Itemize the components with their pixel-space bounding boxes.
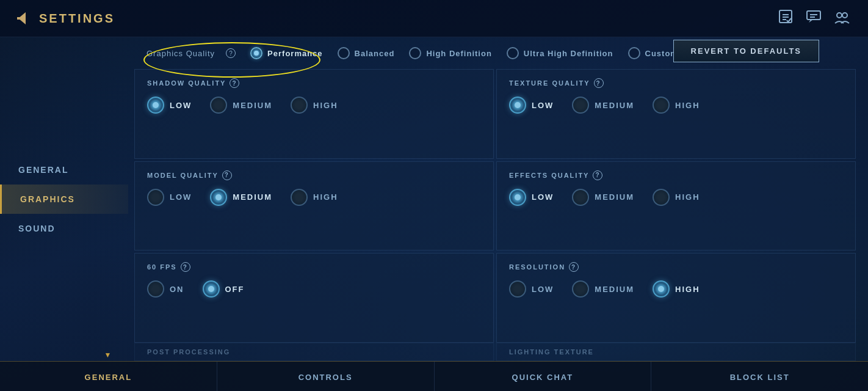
quality-option-balanced[interactable]: Balanced — [338, 47, 395, 59]
shadow-low-circle — [147, 97, 164, 114]
resolution-options: LOW MEDIUM HIGH — [509, 280, 843, 298]
model-high-label: HIGH — [313, 192, 338, 202]
quality-option-ultra-high-def[interactable]: Ultra High Definition — [507, 47, 613, 59]
back-icon[interactable] — [12, 9, 32, 28]
profile-icon[interactable] — [834, 9, 850, 28]
radio-performance-label: Performance — [267, 49, 322, 58]
fps-on-circle — [147, 280, 164, 298]
panel-lighting-texture: LIGHTING TEXTURE — [496, 343, 856, 361]
lighting-texture-title: LIGHTING TEXTURE — [509, 348, 843, 356]
revert-defaults-button[interactable]: REVERT TO DEFAULTS — [673, 40, 819, 62]
shadow-high-circle — [291, 97, 308, 114]
model-options: LOW MEDIUM HIGH — [147, 189, 481, 206]
model-low-circle — [147, 189, 164, 206]
effects-medium[interactable]: MEDIUM — [572, 189, 634, 206]
panel-effects-title: EFFECTS QUALITY ? — [509, 170, 843, 180]
effects-high-label: HIGH — [675, 192, 700, 202]
shadow-options: LOW MEDIUM HIGH — [147, 97, 481, 114]
model-low[interactable]: LOW — [147, 189, 192, 206]
chat-icon[interactable] — [806, 9, 822, 28]
graphics-quality-label: Graphics Quality — [146, 49, 215, 58]
texture-help-icon[interactable]: ? — [594, 78, 604, 88]
panel-effects-quality: EFFECTS QUALITY ? LOW MEDIUM HIGH — [496, 161, 856, 251]
settings-grid: SHADOW QUALITY ? LOW MEDIUM HIGH — [134, 69, 856, 343]
quality-option-performance[interactable]: Performance — [250, 47, 322, 59]
radio-ultra-high-def — [507, 47, 519, 59]
resolution-low-circle — [509, 280, 526, 298]
texture-medium-circle — [572, 97, 589, 114]
radio-balanced-label: Balanced — [355, 49, 395, 58]
shadow-low-label: LOW — [170, 101, 192, 110]
panel-fps: 60 FPS ? ON OFF — [134, 253, 494, 343]
shadow-low[interactable]: LOW — [147, 97, 192, 114]
model-high[interactable]: HIGH — [291, 189, 338, 206]
content-area: Graphics Quality ? Performance Balanced … — [128, 37, 868, 361]
resolution-help-icon[interactable]: ? — [569, 262, 579, 272]
model-medium-label: MEDIUM — [233, 192, 272, 202]
resolution-low-label: LOW — [532, 285, 554, 294]
texture-low-circle — [509, 97, 526, 114]
header: SETTINGS — [0, 0, 868, 37]
fps-on-label: ON — [170, 285, 184, 294]
bottom-nav-general[interactable]: GENERAL — [0, 362, 217, 391]
graphics-quality-help-icon[interactable]: ? — [226, 48, 236, 58]
model-medium[interactable]: MEDIUM — [210, 189, 272, 206]
header-right — [778, 9, 850, 28]
svg-point-10 — [837, 13, 842, 18]
resolution-high-circle — [653, 280, 670, 298]
checklist-icon[interactable] — [778, 9, 794, 28]
radio-performance — [250, 47, 262, 59]
texture-high[interactable]: HIGH — [653, 97, 700, 114]
resolution-medium-circle — [572, 280, 589, 298]
sidebar-item-general[interactable]: GENERAL — [0, 155, 128, 185]
resolution-medium[interactable]: MEDIUM — [572, 280, 634, 298]
fps-off-circle — [203, 280, 220, 298]
resolution-medium-label: MEDIUM — [595, 285, 634, 294]
resolution-high[interactable]: HIGH — [653, 280, 700, 298]
model-help-icon[interactable]: ? — [222, 170, 232, 180]
bottom-nav-controls[interactable]: CONTROLS — [217, 362, 435, 391]
sidebar-item-sound[interactable]: SOUND — [0, 214, 128, 243]
resolution-high-label: HIGH — [675, 285, 700, 294]
texture-low[interactable]: LOW — [509, 97, 554, 114]
shadow-help-icon[interactable]: ? — [230, 78, 239, 88]
bottom-nav-block-list[interactable]: BLOCK LIST — [651, 362, 868, 391]
header-left: SETTINGS — [12, 9, 115, 28]
page-title: SETTINGS — [39, 12, 115, 26]
post-processing-title: POST PROCESSING — [147, 348, 481, 356]
panel-model-quality: MODEL QUALITY ? LOW MEDIUM HIGH — [134, 161, 494, 251]
shadow-medium-label: MEDIUM — [233, 101, 272, 110]
panel-post-processing: POST PROCESSING — [134, 343, 494, 361]
quality-option-custom[interactable]: Custom — [628, 47, 678, 59]
radio-ultra-high-def-label: Ultra High Definition — [524, 49, 613, 58]
panel-shadow-quality: SHADOW QUALITY ? LOW MEDIUM HIGH — [134, 69, 494, 159]
shadow-medium-circle — [210, 97, 227, 114]
svg-point-11 — [842, 13, 847, 18]
effects-help-icon[interactable]: ? — [593, 170, 602, 180]
shadow-high-label: HIGH — [313, 101, 338, 110]
effects-medium-label: MEDIUM — [595, 192, 634, 202]
texture-options: LOW MEDIUM HIGH — [509, 97, 843, 114]
panel-fps-title: 60 FPS ? — [147, 262, 481, 272]
effects-high[interactable]: HIGH — [653, 189, 700, 206]
model-low-label: LOW — [170, 192, 192, 202]
radio-custom — [628, 47, 640, 59]
quality-option-high-def[interactable]: High Definition — [409, 47, 491, 59]
sidebar: GENERAL GRAPHICS SOUND — [0, 37, 128, 361]
effects-medium-circle — [572, 189, 589, 206]
fps-on[interactable]: ON — [147, 280, 184, 298]
shadow-high[interactable]: HIGH — [291, 97, 338, 114]
panel-resolution: RESOLUTION ? LOW MEDIUM HIGH — [496, 253, 856, 343]
effects-low[interactable]: LOW — [509, 189, 554, 206]
bottom-nav-quick-chat[interactable]: QUICK CHAT — [435, 362, 652, 391]
fps-off[interactable]: OFF — [203, 280, 245, 298]
bottom-nav: GENERAL CONTROLS QUICK CHAT BLOCK LIST — [0, 361, 868, 391]
radio-balanced — [338, 47, 350, 59]
texture-medium[interactable]: MEDIUM — [572, 97, 634, 114]
sidebar-item-graphics[interactable]: GRAPHICS — [0, 185, 128, 214]
resolution-low[interactable]: LOW — [509, 280, 554, 298]
shadow-medium[interactable]: MEDIUM — [210, 97, 272, 114]
panel-model-title: MODEL QUALITY ? — [147, 170, 481, 180]
effects-low-label: LOW — [532, 192, 554, 202]
fps-help-icon[interactable]: ? — [181, 262, 190, 272]
